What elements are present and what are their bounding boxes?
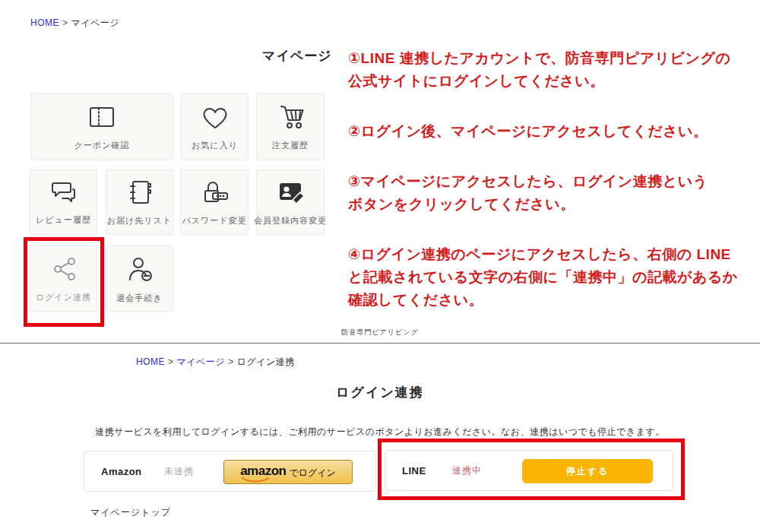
mypage-card-member-info-change[interactable]: 会員登録内容変更 (256, 169, 325, 235)
member-edit-icon (274, 178, 307, 207)
login-linkage-title: ログイン連携 (0, 384, 760, 401)
card-label: 会員登録内容変更 (254, 215, 327, 226)
share-icon (49, 255, 79, 283)
mypage-card-favorite[interactable]: お気に入り (181, 93, 249, 160)
card-label: クーポン確認 (74, 140, 130, 151)
site-name-footer: 防音専門ピアリビング (0, 328, 760, 337)
breadcrumb: HOME>マイページ>ログイン連携 (136, 356, 295, 369)
mypage-top-link[interactable]: マイページトップ (90, 506, 171, 519)
breadcrumb: HOME>マイページ (30, 17, 119, 30)
login-linkage-description: 連携サービスを利用してログインするには、ご利用のサービスのボタンよりお進みくださ… (0, 426, 760, 439)
card-label: ログイン連携 (36, 292, 91, 303)
instruction-step-3: ③マイページにアクセスしたら、ログイン連携という ボタンをクリックしてください。 (348, 170, 760, 216)
card-label: パスワード変更 (182, 215, 246, 226)
amazon-linkage-status: 未連携 (164, 465, 194, 478)
mypage-card-order-history[interactable]: 注文履歴 (256, 93, 325, 160)
amazon-logo: amazon (240, 464, 286, 480)
section-divider (0, 343, 760, 344)
coupon-icon (84, 103, 119, 131)
breadcrumb-home-link[interactable]: HOME (136, 356, 165, 367)
card-label: お気に入り (192, 140, 238, 151)
amazon-smile-icon (241, 477, 271, 483)
breadcrumb-current: マイページ (71, 17, 120, 28)
breadcrumb-separator: > (62, 17, 68, 28)
amazon-service-name: Amazon (101, 466, 142, 477)
line-linkage-status: 連携中 (452, 464, 482, 477)
mypage-card-withdrawal[interactable]: 退会手続き (106, 245, 173, 312)
card-label: 注文履歴 (272, 140, 309, 151)
breadcrumb-home-link[interactable]: HOME (30, 17, 59, 28)
card-label: レビュー履歴 (36, 214, 91, 226)
amazon-linkage-card: Amazon 未連携 amazon でログイン (84, 451, 376, 492)
instruction-step-2: ②ログイン後、マイページにアクセスしてください。 (348, 120, 760, 143)
breadcrumb-current: ログイン連携 (237, 356, 295, 367)
breadcrumb-mypage-link[interactable]: マイページ (177, 356, 226, 367)
instruction-step-4: ④ログイン連携のページにアクセスしたら、右側の LINE と記載されている文字の… (348, 243, 760, 312)
mypage-card-address-list[interactable]: お届け先リスト (106, 169, 173, 235)
breadcrumb-separator: > (168, 356, 174, 367)
page-title: マイページ (262, 47, 332, 65)
card-label: お届け先リスト (107, 215, 172, 226)
review-icon (48, 179, 80, 206)
instruction-text: ①LINE 連携したアカウントで、防音専門ピアリビングの 公式サイトにログインし… (348, 47, 760, 339)
page: HOME>マイページ マイページ クーポン確認 お気に入り 注文履歴 レビュー履… (0, 0, 760, 532)
password-icon (198, 178, 231, 207)
cart-icon (274, 103, 306, 131)
mypage-card-login-linkage[interactable]: ログイン連携 (30, 245, 97, 312)
amazon-button-suffix: でログイン (289, 465, 335, 480)
withdraw-icon (124, 254, 156, 284)
line-stop-button[interactable]: 停止する (522, 459, 653, 483)
breadcrumb-separator: > (228, 356, 234, 367)
mypage-card-coupon[interactable]: クーポン確認 (30, 93, 173, 160)
address-book-icon (125, 178, 155, 207)
amazon-login-button[interactable]: amazon でログイン (223, 460, 353, 484)
instruction-step-1: ①LINE 連携したアカウントで、防音専門ピアリビングの 公式サイトにログインし… (348, 47, 760, 93)
mypage-card-password-change[interactable]: パスワード変更 (180, 169, 249, 235)
line-linkage-card: LINE 連携中 停止する (385, 450, 673, 491)
mypage-card-review-history[interactable]: レビュー履歴 (30, 169, 97, 235)
line-service-name: LINE (402, 465, 426, 477)
card-label: 退会手続き (116, 293, 162, 304)
heart-icon (200, 103, 230, 131)
